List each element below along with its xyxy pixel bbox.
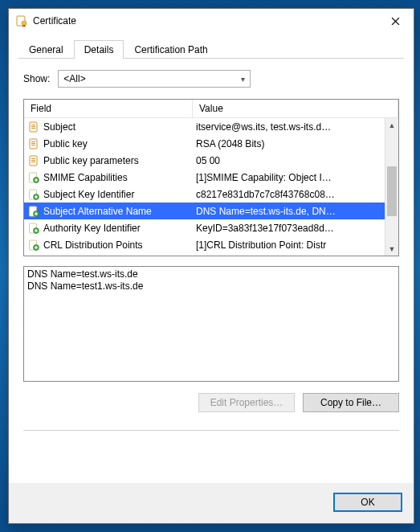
tab-general[interactable]: General [18,40,74,59]
separator [23,430,399,431]
chevron-down-icon: ▾ [241,75,245,84]
svg-rect-9 [31,145,35,145]
copy-to-file-button[interactable]: Copy to File… [303,393,399,412]
row-field: Public key [43,138,196,149]
row-field: Subject Alternative Name [43,206,196,217]
show-filter-row: Show: <All> ▾ [23,70,399,88]
svg-rect-4 [31,126,35,127]
column-header-value[interactable]: Value [193,100,398,117]
show-select[interactable]: <All> ▾ [58,70,251,88]
properties-button-row: Edit Properties… Copy to File… [23,393,399,412]
table-row[interactable]: CRL Distribution Points[1]CRL Distributi… [24,236,385,253]
show-select-value: <All> [63,73,85,84]
row-value: RSA (2048 Bits) [196,138,385,149]
window-title: Certificate [33,15,378,27]
tab-details[interactable]: Details [74,40,124,59]
scroll-up-icon[interactable]: ▲ [385,118,398,132]
list-body: Subjectitservice@ws.its, test.ws-its.d…P… [24,118,385,256]
certificate-window: Certificate General Details Certificatio… [8,8,414,524]
row-value: [1]SMIME Capability: Object I… [196,172,385,183]
svg-rect-13 [31,162,35,162]
row-field: CRL Distribution Points [43,239,196,251]
row-field: SMIME Capabilities [43,172,196,183]
row-value: itservice@ws.its, test.ws-its.d… [196,121,385,133]
row-value: c8217e831db7c7c8f43768c08… [196,189,385,200]
table-row[interactable]: Subjectitservice@ws.its, test.ws-its.d… [24,118,385,135]
table-row[interactable]: Public key parameters05 00 [24,152,385,169]
extension-icon [27,171,40,184]
dialog-footer: OK [9,483,414,523]
certificate-icon [15,14,28,27]
tab-strip: General Details Certification Path [9,33,414,59]
table-row[interactable]: Subject Alternative NameDNS Name=test.ws… [24,203,385,219]
row-value: KeyID=3a83f13e17f073ead8d… [196,223,385,234]
table-row[interactable]: Subject Key Identifierc8217e831db7c7c8f4… [24,186,385,203]
row-field: Authority Key Identifier [43,223,196,234]
row-field: Subject [43,121,196,133]
scroll-down-icon[interactable]: ▼ [385,242,398,256]
property-icon [27,137,40,150]
property-icon [27,121,40,133]
extension-icon [27,205,40,218]
extension-icon [27,188,40,201]
table-row[interactable]: Public keyRSA (2048 Bits) [24,135,385,152]
extension-icon [27,239,40,252]
svg-rect-11 [31,158,35,159]
column-header-field[interactable]: Field [24,100,193,117]
vertical-scrollbar[interactable]: ▲ ▼ [385,118,398,256]
list-header: Field Value [24,100,398,118]
svg-rect-5 [31,128,35,129]
svg-rect-7 [31,141,35,142]
edit-properties-button: Edit Properties… [198,393,295,412]
ok-button[interactable]: OK [333,493,402,512]
extension-icon [27,222,40,235]
svg-rect-3 [31,125,35,125]
scroll-thumb[interactable] [387,166,397,216]
row-field: Subject Key Identifier [43,189,196,200]
field-list: Field Value Subjectitservice@ws.its, tes… [23,99,399,256]
table-row[interactable]: SMIME Capabilities[1]SMIME Capability: O… [24,169,385,186]
svg-rect-8 [31,143,35,144]
row-field: Public key parameters [43,155,196,166]
titlebar: Certificate [9,9,414,33]
row-value: [1]CRL Distribution Point: Distr [196,239,385,251]
row-value: 05 00 [196,155,385,166]
tab-certification-path[interactable]: Certification Path [124,40,218,59]
close-button[interactable] [378,10,412,32]
svg-rect-12 [31,160,35,161]
property-icon [27,154,40,167]
details-panel: Show: <All> ▾ Field Value Subjectitservi… [9,59,414,483]
show-label: Show: [23,73,50,84]
row-value: DNS Name=test.ws-its.de, DN… [196,206,385,217]
table-row[interactable]: Authority Key IdentifierKeyID=3a83f13e17… [24,219,385,236]
detail-value-box[interactable]: DNS Name=test.ws-its.de DNS Name=test1.w… [23,266,399,382]
